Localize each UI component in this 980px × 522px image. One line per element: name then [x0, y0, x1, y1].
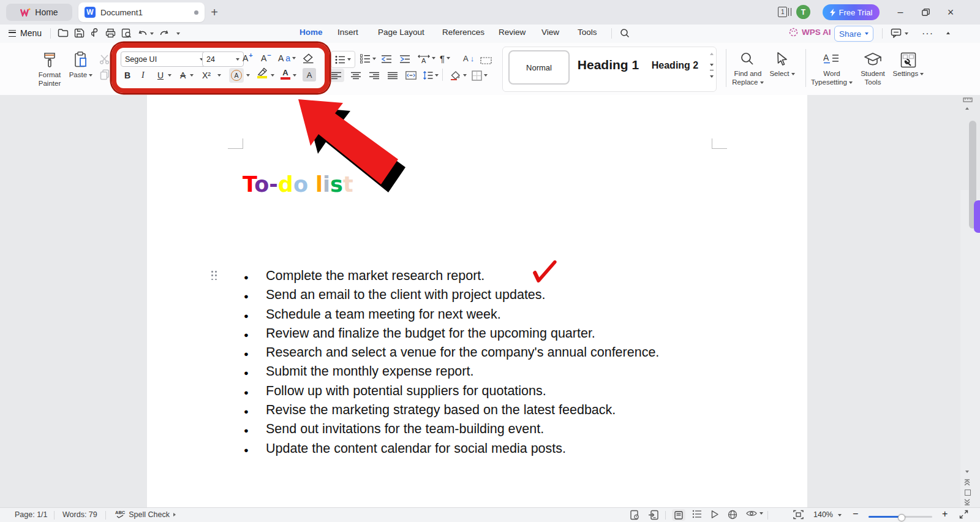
list-item[interactable]: ●Research and select a venue for the com… — [244, 345, 659, 364]
paragraph-drag-handle[interactable] — [211, 271, 219, 281]
restore-button[interactable] — [916, 3, 935, 21]
tab-page-layout[interactable]: Page Layout — [378, 28, 424, 37]
comments-button[interactable] — [891, 28, 903, 39]
list-item[interactable]: ●Submit the monthly expense report. — [244, 364, 659, 383]
borders-button[interactable] — [472, 69, 488, 82]
tab-tools[interactable]: Tools — [578, 28, 597, 37]
scroll-down-arrow[interactable] — [965, 471, 969, 473]
list-item[interactable]: ●Review and finalize the budget for the … — [244, 326, 659, 345]
redo-button[interactable] — [159, 28, 172, 39]
outline-view-button[interactable] — [692, 510, 702, 518]
increase-indent-button[interactable] — [399, 52, 410, 66]
style-normal[interactable]: Normal — [508, 50, 570, 85]
list-item[interactable]: ●Update the content calendar for social … — [244, 441, 659, 460]
decrease-indent-button[interactable] — [381, 52, 392, 66]
find-replace-button[interactable]: Find and Replace — [728, 69, 768, 86]
tab-view[interactable]: View — [541, 28, 559, 37]
justify-button[interactable] — [385, 69, 401, 82]
print-button[interactable] — [105, 28, 118, 39]
task-pane-icon[interactable] — [630, 510, 639, 520]
undo-button[interactable] — [138, 28, 151, 39]
undo-dropdown-chevron[interactable] — [150, 32, 154, 35]
numbering-button[interactable] — [360, 52, 376, 66]
print-layout-view-button[interactable] — [672, 509, 685, 521]
style-heading-2[interactable]: Heading 2 — [644, 60, 706, 71]
wps-ai-edge-handle[interactable] — [974, 200, 980, 233]
cut-icon[interactable] — [99, 54, 110, 64]
list-item[interactable]: ●Complete the market research report. — [244, 268, 659, 287]
ruler-toggle-icon[interactable] — [963, 96, 973, 102]
bullets-button[interactable] — [331, 51, 355, 68]
web-layout-button[interactable] — [728, 510, 737, 520]
word-typesetting-button[interactable]: Word Typesetting — [807, 69, 856, 86]
avatar[interactable]: T — [796, 5, 810, 19]
styles-scroll-up-button[interactable] — [707, 49, 717, 58]
export-pdf-button[interactable] — [91, 28, 104, 39]
document-page[interactable]: To-do list ●Complete the market research… — [147, 95, 807, 507]
align-center-button[interactable] — [348, 69, 364, 82]
align-right-button[interactable] — [366, 69, 382, 82]
align-left-button[interactable] — [328, 69, 344, 82]
zoom-level[interactable]: 140% — [813, 510, 833, 519]
search-icon[interactable] — [620, 28, 632, 39]
window-manager-button[interactable]: 1 — [778, 6, 791, 17]
sort-button[interactable]: A↓ — [463, 51, 474, 65]
list-item[interactable]: ●Revise the marketing strategy based on … — [244, 403, 659, 422]
more-options-button[interactable]: ··· — [922, 28, 934, 39]
close-button[interactable]: × — [941, 3, 960, 21]
new-tab-button[interactable]: + — [207, 5, 222, 20]
select-button[interactable]: Select — [763, 69, 801, 78]
list-item[interactable]: ●Follow up with potential suppliers for … — [244, 384, 659, 403]
save-button[interactable] — [74, 28, 86, 39]
next-page-button[interactable] — [963, 498, 971, 505]
copy-icon[interactable] — [100, 69, 110, 80]
collapse-ribbon-button[interactable] — [946, 32, 950, 34]
scroll-up-arrow[interactable] — [965, 107, 969, 110]
tab-references[interactable]: References — [442, 28, 484, 37]
fullscreen-button[interactable] — [959, 510, 968, 519]
select-browse-object-button[interactable] — [965, 490, 971, 496]
mobile-view-icon[interactable] — [648, 510, 659, 520]
fit-page-icon[interactable] — [793, 510, 804, 520]
settings-button[interactable]: Settings — [889, 69, 927, 78]
show-marks-button[interactable]: ¶ — [440, 51, 450, 65]
styles-scroll-down-button[interactable] — [707, 60, 717, 69]
style-heading-1[interactable]: Heading 1 — [575, 58, 642, 72]
shading-button[interactable] — [450, 69, 467, 82]
list-item[interactable]: ●Send out invitations for the team-build… — [244, 422, 659, 441]
wps-ai-button[interactable]: WPS AI — [789, 28, 831, 37]
page-indicator[interactable]: Page: 1/1 — [15, 510, 48, 519]
customize-toolbar-chevron[interactable] — [176, 32, 180, 35]
home-tab[interactable]: Home — [6, 4, 72, 21]
read-mode-button[interactable] — [710, 510, 719, 519]
zoom-slider[interactable] — [869, 516, 932, 518]
menu-button[interactable]: Menu — [9, 28, 42, 38]
zoom-in-button[interactable]: + — [942, 509, 948, 520]
line-spacing-button[interactable] — [423, 69, 439, 82]
zoom-chevron-icon[interactable] — [838, 514, 842, 516]
tab-home[interactable]: Home — [300, 28, 323, 37]
open-file-button[interactable] — [58, 28, 70, 39]
zoom-slider-thumb[interactable] — [898, 514, 905, 521]
paragraph-layout-button[interactable] — [480, 54, 492, 67]
list-item[interactable]: ●Send an email to the client with projec… — [244, 287, 659, 306]
previous-page-button[interactable] — [963, 479, 971, 486]
student-tools-button[interactable]: Student Tools — [854, 69, 891, 86]
comments-chevron[interactable] — [905, 32, 908, 35]
word-count[interactable]: Words: 79 — [62, 510, 97, 519]
text-direction-button[interactable]: A — [418, 51, 435, 65]
tab-review[interactable]: Review — [499, 28, 526, 37]
document-tab[interactable]: W Document1 — [78, 2, 205, 22]
zoom-out-button[interactable]: − — [853, 509, 858, 520]
paste-button[interactable]: Paste — [62, 70, 99, 79]
distribute-button[interactable] — [403, 69, 419, 82]
visibility-options-button[interactable] — [746, 510, 763, 517]
print-preview-button[interactable] — [121, 28, 134, 39]
minimize-button[interactable]: – — [891, 3, 910, 21]
tab-insert[interactable]: Insert — [337, 28, 358, 37]
spell-check-button[interactable]: ABC Spell Check — [115, 510, 176, 519]
share-button[interactable]: Share — [834, 26, 873, 42]
free-trial-button[interactable]: Free Trial — [823, 4, 880, 20]
list-item[interactable]: ●Schedule a team meeting for next week. — [244, 307, 659, 326]
styles-more-button[interactable] — [707, 71, 717, 80]
